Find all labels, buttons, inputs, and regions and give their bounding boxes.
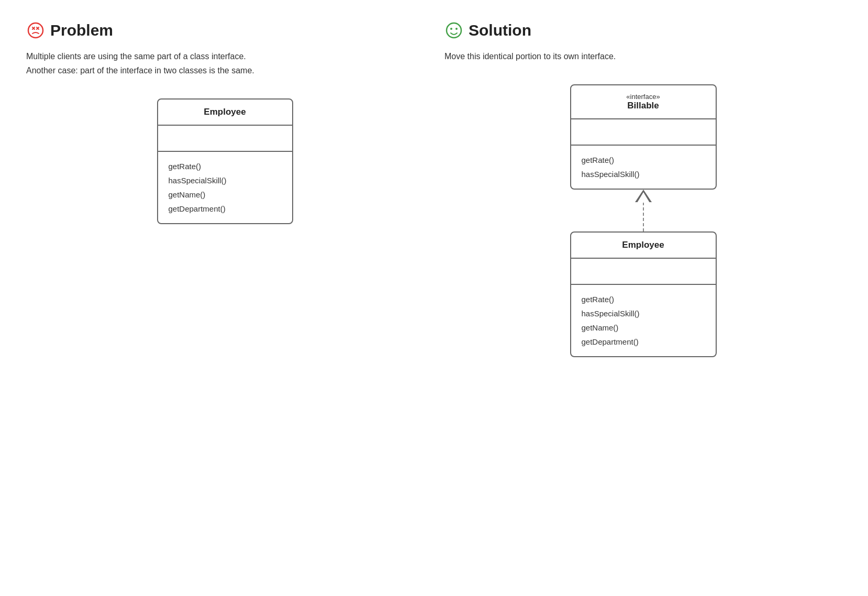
- solution-header: Solution: [444, 21, 842, 40]
- method-getDepartment-solution: getDepartment(): [582, 335, 705, 349]
- svg-point-7: [455, 28, 458, 30]
- problem-uml-class: Employee getRate() hasSpecialSkill() get…: [157, 98, 293, 224]
- problem-class-methods: getRate() hasSpecialSkill() getName() ge…: [158, 152, 292, 223]
- method-getRate-solution: getRate(): [582, 292, 705, 306]
- svg-point-0: [28, 23, 43, 38]
- problem-icon: [26, 21, 45, 40]
- connector-line: [643, 202, 644, 231]
- solution-description: Move this identical portion to its own i…: [444, 49, 842, 63]
- solution-interface-attributes: [571, 119, 716, 146]
- solution-class-attributes: [571, 259, 716, 285]
- problem-header: Problem: [26, 21, 424, 40]
- problem-description: Multiple clients are using the same part…: [26, 49, 424, 78]
- method-getName-solution: getName(): [582, 321, 705, 335]
- problem-class-attributes: [158, 126, 292, 152]
- method-hasSpecialSkill-problem: hasSpecialSkill(): [169, 173, 282, 187]
- problem-column: Problem Multiple clients are using the s…: [26, 21, 444, 357]
- solution-interface-header: «interface» Billable: [571, 85, 716, 119]
- method-getRate-interface: getRate(): [582, 153, 705, 167]
- method-getName-problem: getName(): [169, 187, 282, 202]
- solution-column: Solution Move this identical portion to …: [444, 21, 842, 357]
- method-hasSpecialSkill-interface: hasSpecialSkill(): [582, 167, 705, 181]
- method-getRate-problem: getRate(): [169, 159, 282, 173]
- method-getDepartment-problem: getDepartment(): [169, 202, 282, 216]
- solution-interface-box: «interface» Billable getRate() hasSpecia…: [570, 84, 717, 190]
- svg-point-5: [447, 23, 461, 38]
- solution-icon: [444, 21, 463, 40]
- solution-class-methods: getRate() hasSpecialSkill() getName() ge…: [571, 285, 716, 356]
- svg-point-6: [450, 28, 452, 30]
- solution-class-header: Employee: [571, 233, 716, 259]
- solution-class-name: Employee: [622, 240, 664, 250]
- problem-class-name: Employee: [204, 107, 246, 117]
- interface-name: Billable: [627, 101, 659, 111]
- problem-class-header: Employee: [158, 100, 292, 126]
- method-hasSpecialSkill-solution: hasSpecialSkill(): [582, 306, 705, 321]
- solution-diagram: «interface» Billable getRate() hasSpecia…: [570, 84, 717, 357]
- problem-title: Problem: [50, 21, 113, 39]
- page-layout: Problem Multiple clients are using the s…: [26, 21, 842, 357]
- solution-interface-methods: getRate() hasSpecialSkill(): [571, 146, 716, 189]
- problem-diagram-area: Employee getRate() hasSpecialSkill() get…: [26, 98, 424, 224]
- interface-stereotype: «interface»: [582, 93, 705, 101]
- inheritance-connector: [635, 190, 652, 231]
- solution-title: Solution: [469, 21, 531, 39]
- solution-class-box: Employee getRate() hasSpecialSkill() get…: [570, 231, 717, 357]
- solution-diagram-area: «interface» Billable getRate() hasSpecia…: [444, 84, 842, 357]
- inheritance-arrow: [635, 190, 652, 202]
